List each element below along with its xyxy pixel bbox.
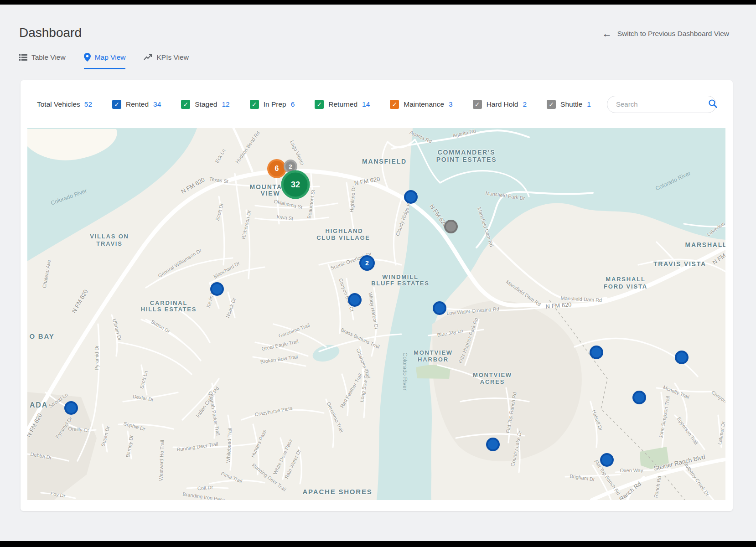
search-icon[interactable]: [708, 98, 718, 110]
cluster-count: 2: [289, 163, 292, 170]
tab-label: KPIs View: [156, 53, 188, 62]
checkbox-staged[interactable]: ✓: [181, 100, 190, 109]
map-marker-dot-blue[interactable]: [590, 346, 603, 359]
tab-label: Map View: [95, 53, 126, 62]
tab-label: Table View: [31, 53, 66, 62]
filter-checkbox-group: ✓Rented34✓Staged12✓In Prep6✓Returned14✓M…: [112, 100, 607, 109]
screen-edge-bar-bottom: [0, 541, 756, 547]
map-marker-dot-blue[interactable]: [348, 293, 362, 307]
total-vehicles-label: Total Vehicles: [37, 100, 80, 108]
trend-icon: [144, 54, 152, 61]
filter-count: 2: [523, 100, 527, 108]
filter-count: 6: [291, 100, 295, 108]
filter-count: 1: [587, 100, 591, 108]
map-marker-dot-blue[interactable]: [675, 351, 689, 364]
search-input[interactable]: [615, 100, 708, 108]
filter-count: 3: [449, 100, 453, 108]
checkbox-returned[interactable]: ✓: [315, 100, 324, 109]
back-arrow-icon: ←: [602, 29, 612, 38]
tab-map-view[interactable]: Map View: [84, 53, 126, 69]
filter-count: 12: [222, 100, 229, 108]
filter-staged[interactable]: ✓Staged12: [181, 100, 229, 109]
map-marker-dot-gray[interactable]: [444, 220, 458, 233]
cluster-count: 2: [365, 259, 369, 267]
filter-count: 14: [362, 100, 370, 108]
filter-label: Hard Hold: [487, 100, 518, 108]
cluster-count: 32: [291, 180, 300, 190]
map-marker-dot-blue[interactable]: [64, 401, 78, 415]
checkbox-maintenance[interactable]: ✓: [390, 100, 399, 109]
filter-in-prep[interactable]: ✓In Prep6: [250, 100, 295, 109]
checkbox-rented[interactable]: ✓: [112, 100, 121, 109]
map-canvas[interactable]: Eck LnHudson Bend RdLago VientoTexas StN…: [27, 128, 725, 500]
tab-table-view[interactable]: Table View: [19, 53, 66, 69]
map-marker-cluster-green[interactable]: 32: [281, 170, 310, 199]
filter-label: In Prep: [264, 100, 286, 108]
cluster-count: 6: [275, 165, 279, 173]
view-tabs: Table View Map View KPIs View: [19, 53, 189, 69]
filter-label: Staged: [195, 100, 217, 108]
checkbox-shuttle[interactable]: ✓: [547, 100, 556, 109]
checkbox-in-prep[interactable]: ✓: [250, 100, 259, 109]
filter-label: Maintenance: [404, 100, 444, 108]
checkbox-hard-hold[interactable]: ✓: [473, 100, 482, 109]
map-marker-dot-blue[interactable]: [210, 282, 224, 296]
search-box[interactable]: [607, 96, 716, 113]
filter-label: Rented: [126, 100, 149, 108]
filter-count: 34: [153, 100, 161, 108]
back-link-label: Switch to Previous Dashboard View: [617, 30, 729, 38]
map-pin-icon: [84, 53, 91, 62]
table-list-icon: [19, 54, 27, 61]
map-marker-dot-blue[interactable]: [486, 438, 500, 451]
page-title: Dashboard: [19, 26, 82, 40]
map-marker-dot-blue[interactable]: [404, 190, 418, 204]
total-vehicles-count: 52: [84, 100, 92, 108]
filter-hard-hold[interactable]: ✓Hard Hold2: [473, 100, 527, 109]
total-vehicles: Total Vehicles 52: [37, 100, 92, 108]
map-marker-dot-blue[interactable]: [433, 301, 446, 315]
filter-label: Returned: [328, 100, 357, 108]
filter-rented[interactable]: ✓Rented34: [112, 100, 161, 109]
switch-dashboard-link[interactable]: ← Switch to Previous Dashboard View: [602, 29, 729, 38]
filter-maintenance[interactable]: ✓Maintenance3: [390, 100, 452, 109]
map-markers-layer: 62322: [27, 128, 725, 500]
map-marker-dot-blue[interactable]: [600, 453, 614, 467]
filter-returned[interactable]: ✓Returned14: [315, 100, 370, 109]
map-marker-dot-blue[interactable]: [632, 391, 646, 404]
filter-shuttle[interactable]: ✓Shuttle1: [547, 100, 591, 109]
tab-kpis-view[interactable]: KPIs View: [144, 53, 188, 69]
map-marker-cluster-blue[interactable]: 2: [359, 255, 375, 271]
vehicle-filter-bar: Total Vehicles 52 ✓Rented34✓Staged12✓In …: [37, 80, 716, 128]
map-marker-cluster-orange[interactable]: 6: [267, 159, 286, 178]
dashboard-card: Total Vehicles 52 ✓Rented34✓Staged12✓In …: [21, 80, 733, 511]
filter-label: Shuttle: [560, 100, 582, 108]
screen-edge-bar-top: [0, 0, 756, 5]
